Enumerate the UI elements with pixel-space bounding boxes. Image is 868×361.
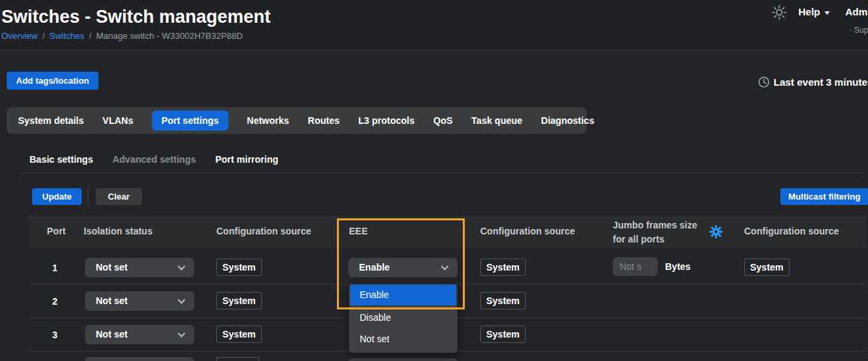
eee-dropdown-menu: Enable Disable Not set [349,284,457,353]
tab-networks[interactable]: Networks [247,111,289,131]
button-divider [88,187,88,206]
col-header-eee: EEE [349,226,368,236]
chevron-down-icon [177,263,185,270]
dropdown-option-disable[interactable]: Disable [350,308,456,327]
brightness-icon[interactable] [772,5,787,20]
update-button[interactable]: Update [32,188,82,205]
tab-task-queue[interactable]: Task queue [472,111,522,131]
isolation-status-select-row3[interactable]: Not set [85,325,194,344]
chevron-down-icon [824,11,830,15]
chevron-down-icon [177,330,185,337]
switch-management-screen: Switches - Switch management Overview/Sw… [0,0,868,361]
admin-subtext: · Sup [849,25,868,35]
isolation-status-select-row2[interactable]: Not set [85,291,194,311]
subtab-advanced-settings[interactable]: Advanced settings [113,154,196,165]
col-header-isolation-status: Isolation status [84,226,153,236]
subtab-divider [20,173,864,173]
port-settings-subtabs: Basic settings Advanced settings Port mi… [29,154,279,165]
chevron-down-icon [177,296,185,303]
table-header [29,216,866,248]
jumbo-frames-size-input: Not s [613,257,658,276]
col-header-configuration-source-3: Configuration source [744,226,839,236]
multicast-filtering-button[interactable]: Multicast filtering [780,188,868,205]
clear-button[interactable]: Clear [96,188,142,205]
isolation-status-select-row1[interactable]: Not set [85,258,194,277]
tab-port-settings[interactable]: Port settings [152,111,228,131]
gear-icon[interactable] [709,224,723,239]
page-title: Switches - Switch management [1,7,271,27]
config-source-badge: System [216,259,262,276]
col-header-jumbo-frames: Jumbo frames size for all ports [613,218,701,246]
help-menu[interactable]: Help [798,6,830,17]
admin-menu[interactable]: Admin [845,6,868,17]
tab-qos[interactable]: QoS [433,111,453,131]
subtab-port-mirroring[interactable]: Port mirroring [215,154,278,165]
last-event-status: Last event 3 minutes [774,76,868,88]
breadcrumb-separator: / [38,31,50,41]
breadcrumb-link-switches[interactable]: Switches [50,31,84,41]
port-number: 1 [52,263,58,273]
config-source-badge: System [480,292,526,309]
chevron-down-icon [441,263,448,270]
dropdown-option-not-set[interactable]: Not set [350,330,456,348]
tab-l3-protocols[interactable]: L3 protocols [358,111,415,131]
eee-select-row4-partial[interactable] [348,358,457,361]
top-header-band: Switches - Switch management Overview/Sw… [0,0,868,51]
tab-routes[interactable]: Routes [308,111,340,131]
col-header-port: Port [47,226,66,236]
eee-select-row1[interactable]: Enable [348,258,457,277]
config-source-badge: System [480,326,526,343]
dropdown-option-enable[interactable]: Enable [350,285,456,305]
config-source-badge: System [744,259,790,276]
isolation-status-select-row4-partial[interactable] [85,357,194,361]
add-tags-location-button[interactable]: Add tags/location [7,72,98,90]
breadcrumb: Overview/Switches/Manage switch - W33002… [1,31,242,41]
breadcrumb-current: Manage switch - W33002H7B32P88D [96,31,242,41]
tab-diagnostics[interactable]: Diagnostics [541,111,594,131]
config-source-badge: System [216,326,262,343]
tab-vlans[interactable]: VLANs [102,111,133,131]
config-source-badge: System [216,292,262,309]
main-tabbar: System details VLANs Port settings Netwo… [7,107,587,134]
subtab-basic-settings[interactable]: Basic settings [29,154,93,165]
breadcrumb-separator: / [84,31,96,41]
config-source-badge: System [480,259,526,276]
col-header-configuration-source-2: Configuration source [480,226,575,236]
port-number: 3 [52,330,58,340]
breadcrumb-link-overview[interactable]: Overview [1,31,38,41]
tab-system-details[interactable]: System details [18,111,84,131]
col-header-configuration-source-1: Configuration source [216,226,311,236]
bytes-unit-label: Bytes [665,261,691,272]
config-source-badge-partial [216,357,259,361]
clock-icon [757,76,770,88]
port-number: 2 [52,296,58,307]
